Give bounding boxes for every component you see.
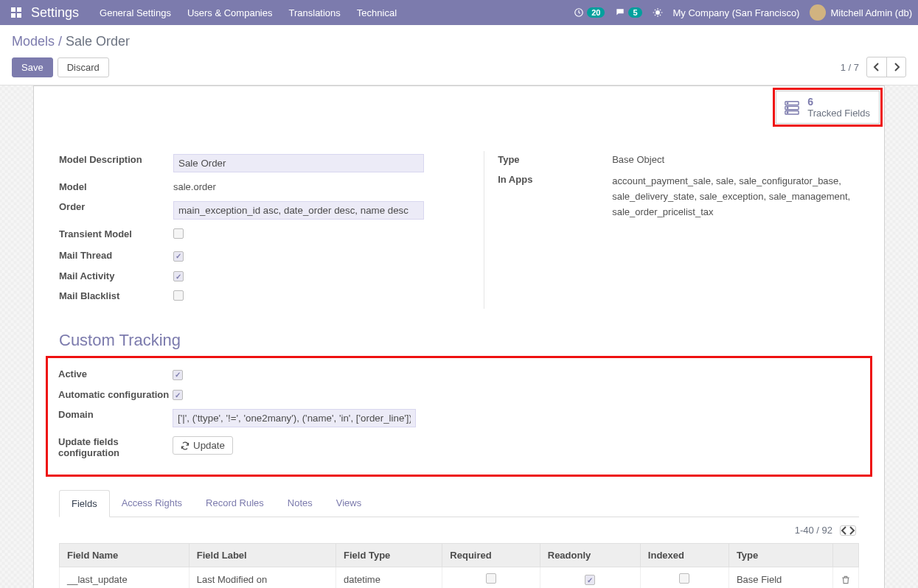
checkbox-mail-thread[interactable]	[173, 251, 184, 262]
subpager-prev[interactable]	[841, 526, 848, 535]
label-active: Active	[58, 365, 173, 379]
svg-point-9	[787, 107, 788, 108]
input-domain[interactable]	[173, 409, 416, 427]
clock-badge: 20	[587, 7, 605, 18]
tab-views[interactable]: Views	[324, 490, 373, 517]
pager-text[interactable]: 1 / 7	[841, 62, 859, 73]
cell-readonly[interactable]	[585, 575, 595, 585]
form-sheet: 6 Tracked Fields Model Description Model…	[33, 85, 885, 588]
cell-field-name: __last_update	[60, 567, 189, 589]
th-required[interactable]: Required	[442, 544, 540, 567]
checkbox-active[interactable]	[173, 370, 183, 380]
tab-fields[interactable]: Fields	[59, 490, 110, 517]
checkbox-transient[interactable]	[173, 228, 184, 239]
cell-type: Base Field	[729, 567, 832, 589]
tab-record-rules[interactable]: Record Rules	[194, 490, 276, 517]
tracked-fields-stat[interactable]: 6 Tracked Fields	[776, 91, 880, 124]
update-button[interactable]: Update	[173, 436, 233, 455]
label-mail-blacklist: Mail Blacklist	[59, 287, 173, 301]
th-type[interactable]: Type	[729, 544, 832, 567]
th-field-type[interactable]: Field Type	[336, 544, 442, 567]
label-domain: Domain	[58, 406, 173, 420]
section-custom-tracking: Custom Tracking	[59, 331, 859, 350]
label-transient: Transient Model	[59, 225, 173, 239]
th-field-label[interactable]: Field Label	[189, 544, 335, 567]
checkbox-mail-activity[interactable]	[173, 271, 184, 281]
th-field-name[interactable]: Field Name	[60, 544, 189, 567]
pager-next[interactable]	[886, 57, 905, 77]
fields-table: Field Name Field Label Field Type Requir…	[59, 543, 859, 588]
checkbox-auto-config[interactable]	[173, 390, 183, 400]
refresh-icon	[181, 441, 189, 450]
input-order[interactable]	[173, 201, 424, 220]
cell-field-label: Last Modified on	[189, 567, 335, 589]
topbar: Settings General Settings Users & Compan…	[0, 0, 918, 25]
chat-indicator[interactable]: 5	[615, 7, 641, 18]
avatar	[810, 4, 826, 21]
breadcrumb: Models / Sale Order	[12, 34, 906, 49]
svg-rect-1	[17, 7, 21, 12]
label-type: Type	[498, 151, 612, 165]
trash-icon[interactable]	[841, 575, 851, 585]
svg-point-11	[787, 112, 788, 113]
cell-required[interactable]	[486, 573, 496, 584]
label-order: Order	[59, 198, 173, 212]
menu-general-settings[interactable]: General Settings	[100, 7, 171, 18]
app-title[interactable]: Settings	[31, 5, 79, 21]
cell-field-type: datetime	[336, 567, 442, 589]
update-button-label: Update	[193, 440, 225, 451]
pager-prev[interactable]	[867, 57, 886, 77]
value-in-apps: account_payment_sale, sale, sale_configu…	[612, 171, 859, 220]
company-selector[interactable]: My Company (San Francisco)	[673, 7, 800, 18]
clock-indicator[interactable]: 20	[574, 7, 605, 18]
breadcrumb-parent[interactable]: Models	[12, 34, 55, 49]
table-row[interactable]: __last_update Last Modified on datetime …	[60, 567, 859, 589]
user-name: Mitchell Admin (db)	[830, 7, 912, 18]
label-auto-config: Automatic configuration	[58, 386, 173, 400]
label-update-config: Update fields configuration	[58, 433, 173, 458]
value-type: Base Object	[612, 151, 859, 165]
tab-notes[interactable]: Notes	[276, 490, 324, 517]
discard-button[interactable]: Discard	[58, 57, 109, 77]
label-mail-thread: Mail Thread	[59, 247, 173, 261]
bug-icon[interactable]	[653, 7, 663, 18]
svg-rect-2	[11, 13, 15, 18]
breadcrumb-current: Sale Order	[66, 34, 130, 49]
svg-point-5	[656, 10, 660, 15]
label-model: Model	[59, 178, 173, 192]
save-button[interactable]: Save	[12, 57, 53, 77]
apps-icon[interactable]	[6, 7, 27, 18]
label-in-apps: In Apps	[498, 171, 612, 185]
cell-indexed[interactable]	[679, 573, 689, 584]
label-mail-activity: Mail Activity	[59, 267, 173, 281]
custom-tracking-box: Active Automatic configuration Domain Up…	[46, 356, 872, 477]
input-model-description[interactable]	[173, 154, 424, 172]
stat-count: 6	[807, 96, 870, 108]
menu-translations[interactable]: Translations	[289, 7, 341, 18]
value-model: sale.order	[173, 178, 475, 192]
svg-rect-0	[11, 7, 15, 12]
svg-point-7	[787, 102, 788, 103]
svg-rect-3	[17, 13, 21, 18]
subpager-text[interactable]: 1-40 / 92	[795, 525, 832, 536]
controlbar: Models / Sale Order Save Discard 1 / 7	[0, 25, 918, 85]
subpager-next[interactable]	[848, 526, 855, 535]
th-readonly[interactable]: Readonly	[540, 544, 640, 567]
label-model-description: Model Description	[59, 151, 173, 165]
tabs: Fields Access Rights Record Rules Notes …	[59, 490, 859, 517]
user-menu[interactable]: Mitchell Admin (db)	[810, 4, 912, 21]
menu-technical[interactable]: Technical	[357, 7, 397, 18]
checkbox-mail-blacklist[interactable]	[173, 290, 184, 301]
stat-label: Tracked Fields	[807, 108, 870, 119]
server-icon	[784, 100, 800, 115]
chat-badge: 5	[628, 7, 641, 18]
menu-users-companies[interactable]: Users & Companies	[187, 7, 273, 18]
tab-access-rights[interactable]: Access Rights	[110, 490, 194, 517]
th-indexed[interactable]: Indexed	[640, 544, 729, 567]
